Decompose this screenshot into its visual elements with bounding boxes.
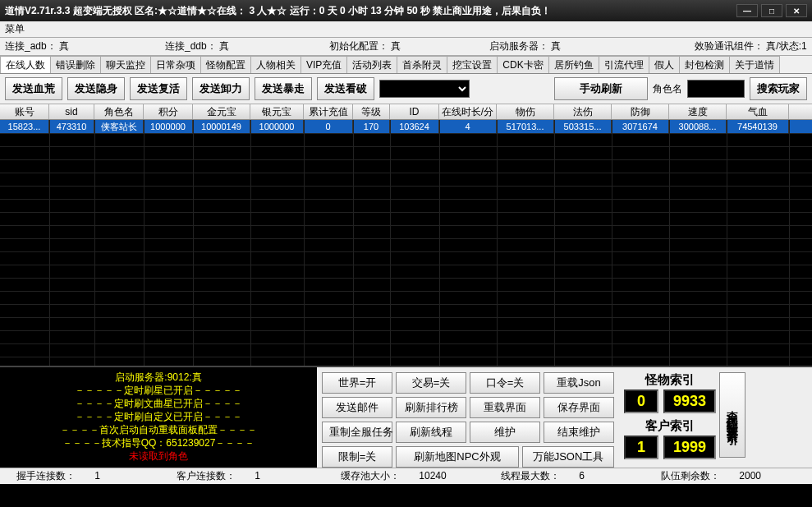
footer-cache-value: 10240 (411, 470, 454, 482)
column-header[interactable]: 法伤 (554, 104, 612, 119)
footer-handshake-label: 握手连接数： (8, 470, 84, 482)
footer-queue-label: 队伍剩余数： (653, 470, 728, 482)
client-index-a: 1 (624, 436, 658, 459)
console-log: 启动服务器:9012:真 －－－－－定时刷星已开启－－－－－ －－－－定时刷文曲… (0, 367, 317, 468)
footer-thread-label: 线程最大数： (493, 470, 568, 482)
world-toggle-button[interactable]: 世界=开 (322, 372, 392, 394)
footer-thread-value: 6 (571, 470, 593, 482)
footer-cache-label: 缓存池大小： (333, 470, 408, 482)
query-monster-count-button[interactable]: 查询怪物数量索引 (719, 372, 745, 458)
send-revive-button[interactable]: 发送复活 (130, 77, 187, 100)
limit-toggle-button[interactable]: 限制=关 (322, 446, 392, 468)
rolename-label: 角色名 (653, 82, 682, 96)
minimize-button[interactable]: — (736, 4, 758, 17)
status-init: 初始化配置： 真 (324, 39, 484, 53)
column-header[interactable]: ID (390, 104, 439, 119)
column-header[interactable]: 金元宝 (193, 104, 250, 119)
column-header[interactable]: 物伤 (497, 104, 554, 119)
tab-6[interactable]: VIP充值 (300, 56, 347, 73)
column-header[interactable]: 累计充值 (304, 104, 353, 119)
footer-client-value: 1 (246, 470, 268, 482)
footer-client-label: 客户连接数： (168, 470, 244, 482)
rolename-input[interactable] (687, 80, 745, 98)
send-see-button[interactable]: 发送看破 (317, 77, 374, 100)
send-hide-button[interactable]: 发送隐身 (67, 77, 125, 100)
tab-7[interactable]: 活动列表 (346, 56, 397, 73)
save-ui-button[interactable]: 保存界面 (544, 397, 614, 418)
menu-item[interactable]: 菜单 (5, 22, 25, 36)
send-rage-button[interactable]: 发送暴走 (255, 77, 312, 100)
close-button[interactable]: ✕ (786, 4, 807, 17)
footer-handshake-value: 1 (86, 470, 108, 482)
column-header[interactable]: 气血 (727, 104, 789, 119)
combo-select[interactable] (379, 80, 470, 98)
tab-5[interactable]: 人物相关 (250, 56, 301, 73)
reload-json-button[interactable]: 重载Json (544, 372, 614, 394)
client-index-label: 客户索引 (645, 418, 695, 434)
column-header[interactable]: 积分 (144, 104, 193, 119)
refresh-npc-button[interactable]: 刷新地图NPC外观 (396, 446, 519, 468)
maintain-button[interactable]: 维护 (470, 422, 540, 443)
tab-9[interactable]: 挖宝设置 (447, 56, 498, 73)
manual-refresh-button[interactable]: 手动刷新 (554, 77, 648, 100)
tab-4[interactable]: 怪物配置 (200, 56, 251, 73)
column-header[interactable]: sid (49, 104, 94, 119)
trade-toggle-button[interactable]: 交易=关 (396, 372, 466, 394)
column-header[interactable]: 在线时长/分 (439, 104, 497, 119)
tab-13[interactable]: 假人 (649, 56, 680, 73)
monster-index-b: 9933 (663, 389, 716, 413)
send-blood-button[interactable]: 发送血荒 (5, 77, 62, 100)
reset-tasks-button[interactable]: 重制全服任务 (322, 422, 392, 443)
column-header[interactable]: 角色名 (94, 104, 144, 119)
search-player-button[interactable]: 搜索玩家 (750, 77, 807, 100)
tab-10[interactable]: CDK卡密 (497, 56, 548, 73)
tab-1[interactable]: 错误删除 (50, 56, 101, 73)
send-mail-button[interactable]: 发送邮件 (322, 397, 392, 418)
column-header[interactable]: 银元宝 (250, 104, 304, 119)
column-header[interactable]: 防御 (612, 104, 669, 119)
refresh-rank-button[interactable]: 刷新排行榜 (396, 397, 466, 418)
tab-2[interactable]: 聊天监控 (100, 56, 151, 73)
maximize-button[interactable]: □ (761, 4, 782, 17)
refresh-thread-button[interactable]: 刷新线程 (396, 422, 466, 443)
end-maintain-button[interactable]: 结束维护 (544, 422, 614, 443)
column-header[interactable]: 等级 (353, 104, 390, 119)
tab-15[interactable]: 关于道情 (729, 56, 780, 73)
client-index-b: 1999 (663, 436, 716, 459)
reload-ui-button[interactable]: 重载界面 (470, 397, 540, 418)
monster-index-a: 0 (624, 389, 658, 413)
status-ddb: 连接_ddb： 真 (160, 39, 324, 53)
status-adb: 连接_adb： 真 (0, 39, 160, 53)
send-unload-button[interactable]: 发送卸力 (192, 77, 250, 100)
footer-queue-value: 2000 (731, 470, 769, 482)
window-title: 道情V2.71r.3.3 超变端无授权 区名:★☆道情★☆在线： 3 人★☆ 运… (5, 4, 736, 18)
json-tool-button[interactable]: 万能JSON工具 (522, 446, 614, 468)
tab-3[interactable]: 日常杂项 (150, 56, 201, 73)
monster-index-label: 怪物索引 (645, 372, 695, 388)
column-header[interactable]: 账号 (0, 104, 49, 119)
status-comm: 效验通讯组件： 真/状态:1 (690, 39, 812, 53)
tab-8[interactable]: 首杀附灵 (397, 56, 447, 73)
tab-14[interactable]: 封包检测 (679, 56, 730, 73)
column-header[interactable]: 速度 (669, 104, 727, 119)
tab-12[interactable]: 引流代理 (599, 56, 649, 73)
tab-0[interactable]: 在线人数 (0, 56, 51, 73)
tab-11[interactable]: 居所钓鱼 (548, 56, 599, 73)
status-server: 启动服务器： 真 (484, 39, 690, 53)
password-toggle-button[interactable]: 口令=关 (470, 372, 540, 394)
